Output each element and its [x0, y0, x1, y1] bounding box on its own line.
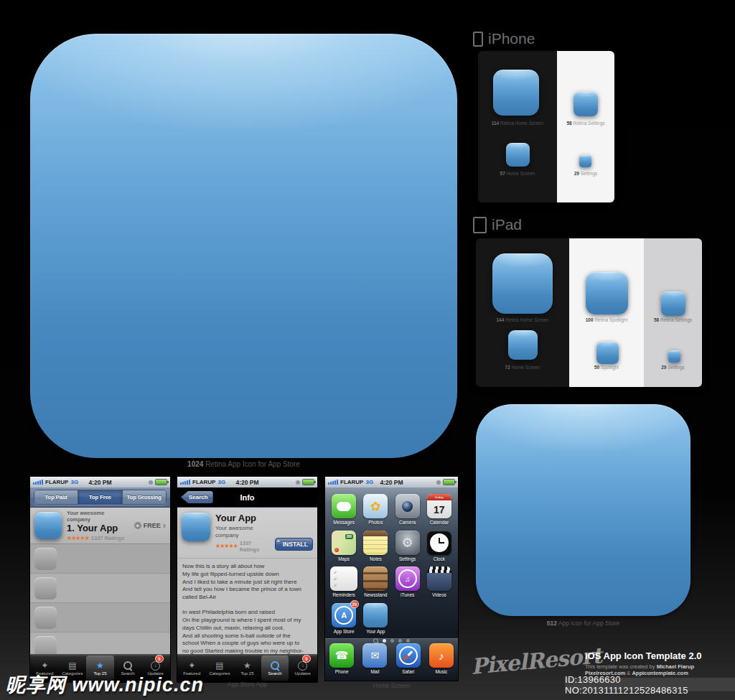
app-icon-144 — [492, 253, 553, 314]
phone-icon: ☎ — [329, 643, 354, 668]
ipad-section-title: iPad — [492, 216, 522, 233]
dock-icon-mail[interactable]: ✉Mail — [358, 643, 391, 681]
app-icon-58-ipad — [661, 291, 685, 316]
app-list: Your awesome company 1. Your App ★★★★★ 1… — [30, 508, 170, 654]
caption-50: 50 Spotlight — [569, 365, 644, 370]
universal-plus-icon: + — [134, 522, 141, 529]
watermark: 昵享网 www.nipic.cn — [6, 672, 204, 698]
settings-gear-icon: ⚙ — [395, 531, 420, 555]
home-icon-camera[interactable]: Camera — [392, 494, 423, 525]
battery-icon — [155, 479, 167, 485]
app-row-your-app[interactable]: Your awesome company 1. Your App ★★★★★ 1… — [30, 508, 170, 544]
home-icon-notes[interactable]: Notes — [360, 531, 391, 561]
app-icon-114 — [493, 70, 539, 116]
segment-top-free[interactable]: Top Free — [78, 490, 122, 504]
nav-bar: Info Search — [177, 487, 317, 508]
segment-top-paid[interactable]: Top Paid — [34, 490, 78, 504]
image-id-bar: ID:13966630 NO:20131111212528486315 — [565, 678, 735, 691]
app-icon-58 — [574, 92, 598, 116]
star-rating: ★★★★★ — [215, 543, 238, 550]
videos-icon — [427, 566, 451, 591]
categories-icon: ▤ — [215, 661, 223, 671]
iphone-size-card: 114 Retina Home Screen 58 Retina Setting… — [478, 51, 614, 202]
home-icon-itunes[interactable]: ♫iTunes — [392, 566, 423, 597]
maps-route-shield: 280 — [345, 534, 354, 539]
app-icon-57 — [506, 143, 530, 167]
app-description: Now this is a story all about how My lif… — [177, 559, 317, 654]
install-button[interactable]: +INSTALL — [275, 538, 313, 551]
ipad-size-card: 144 Retina Home Screen 72 Home Screen 10… — [476, 238, 702, 387]
app-company: Your awesome company — [215, 525, 270, 540]
tab-search[interactable]: Search — [261, 655, 289, 681]
home-icon-clock[interactable]: Clock — [423, 531, 455, 561]
home-icon-photos[interactable]: ✿Photos — [360, 494, 391, 525]
your-app-icon — [182, 513, 210, 541]
placeholder-row — [30, 574, 170, 603]
ipad-device-icon — [473, 217, 487, 233]
caption-57: 57 Home Screen — [478, 171, 557, 176]
app-icon-50 — [596, 342, 619, 364]
placeholder-icon — [34, 548, 57, 570]
caption-1024: 1024 Retina App Icon for App Store — [30, 460, 457, 468]
battery-icon — [302, 479, 314, 485]
mail-icon: ✉ — [362, 643, 387, 668]
info-body: Your App Your awesome company ★★★★★ 1337… — [177, 508, 317, 654]
app-icon-1024 — [30, 34, 457, 458]
search-icon — [123, 661, 132, 671]
caption-29: 29 Settings — [557, 171, 614, 176]
disclosure-chevron-icon: › — [163, 522, 166, 529]
maps-icon: 280 — [332, 531, 356, 555]
credit-line: This template was created by Michael Fla… — [585, 663, 694, 670]
placeholder-row — [30, 544, 170, 574]
home-icon-messages[interactable]: Messages — [328, 494, 360, 525]
ratings-count: 1337 Ratings — [91, 535, 124, 541]
app-store-badge: 23 — [350, 600, 359, 608]
plus-icon: + — [277, 538, 280, 543]
caption-home-screen: Home Screen — [325, 682, 458, 689]
caption-58-ipad: 58 Retina Settings — [644, 317, 702, 322]
dock-icon-music[interactable]: ♪Music — [425, 643, 458, 681]
reminders-icon: ✓ ✓ ✓ — [330, 566, 357, 591]
iphone-card-light-panel — [557, 51, 614, 202]
notes-icon — [363, 531, 388, 555]
home-icon-your-app[interactable]: Your App — [360, 603, 391, 634]
calendar-icon: lordag17 — [427, 494, 451, 518]
app-icon-29 — [579, 155, 591, 167]
segmented-bar: Top Paid Top Free Top Grossing — [30, 487, 170, 508]
home-icon-newsstand[interactable]: Newsstand — [360, 566, 391, 597]
placeholder-icon — [34, 636, 57, 655]
home-icon-videos[interactable]: Videos — [423, 566, 455, 597]
categories-icon: ▤ — [68, 661, 76, 671]
your-app-icon — [34, 512, 62, 539]
calendar-day: 17 — [434, 500, 445, 518]
iphone-section-header: iPhone — [473, 30, 535, 47]
caption-72: 72 Home Screen — [476, 365, 569, 370]
featured-icon: ✦ — [188, 661, 195, 671]
tab-categories[interactable]: ▤Categories — [206, 655, 234, 681]
safari-icon — [396, 643, 421, 668]
dock-icon-safari[interactable]: Safari — [392, 643, 425, 681]
tab-top25[interactable]: ★Top 25 — [233, 655, 261, 681]
placeholder-icon — [34, 577, 57, 599]
ratings-count: 1337 Ratings — [240, 540, 270, 554]
battery-icon — [443, 479, 455, 485]
home-icon-calendar[interactable]: lordag17Calendar — [423, 494, 455, 525]
price-button[interactable]: FREE — [144, 522, 161, 529]
ipad-section-header: iPad — [473, 216, 522, 233]
placeholder-row — [30, 603, 170, 633]
star-rating: ★★★★★ — [67, 535, 89, 542]
top25-star-icon: ★ — [243, 661, 251, 671]
app-icon-72 — [508, 330, 538, 360]
home-icon-reminders[interactable]: ✓ ✓ ✓Reminders — [328, 566, 360, 597]
tab-updates[interactable]: 3↓Updates — [289, 655, 317, 681]
caption-1024-size: 1024 — [187, 460, 203, 468]
home-icon-maps[interactable]: 280Maps — [328, 531, 360, 561]
newsstand-icon — [363, 566, 388, 591]
iphone-device-icon — [473, 32, 483, 47]
home-icon-app-store[interactable]: 23AApp Store — [328, 603, 360, 634]
caption-58: 58 Retina Settings — [557, 121, 614, 126]
dock-icon-phone[interactable]: ☎Phone — [325, 643, 358, 681]
segment-top-grossing[interactable]: Top Grossing — [123, 490, 166, 504]
poster-canvas: 1024 Retina App Icon for App Store iPhon… — [0, 0, 735, 700]
home-icon-settings[interactable]: ⚙Settings — [392, 531, 423, 561]
